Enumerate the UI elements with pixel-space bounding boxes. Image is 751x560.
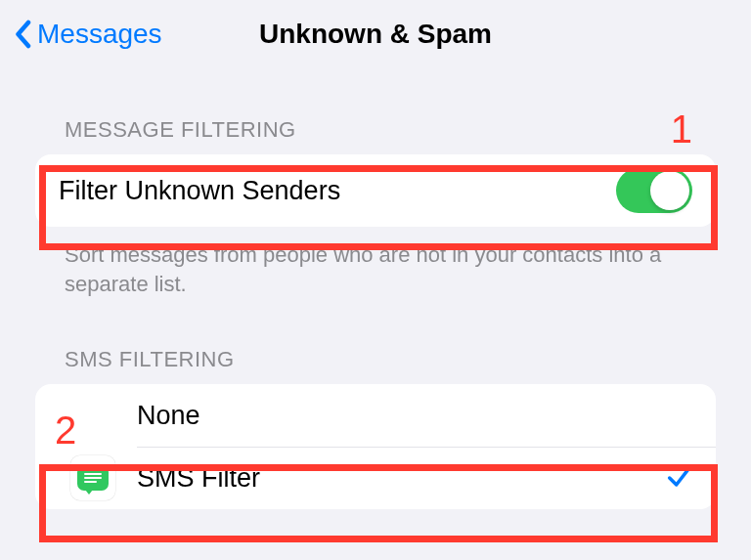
page-title: Unknown & Spam <box>259 19 492 50</box>
nav-header: Messages Unknown & Spam <box>0 0 751 68</box>
toggle-knob <box>650 171 689 210</box>
chevron-left-icon <box>14 20 31 49</box>
separator <box>137 447 716 448</box>
cell-group-sms-filtering: None SMS Filter <box>35 384 716 509</box>
toggle-filter-unknown-senders[interactable] <box>616 168 692 213</box>
section-footer-message-filtering: Sort messages from people who are not in… <box>35 227 716 298</box>
back-button[interactable]: Messages <box>14 19 162 50</box>
cell-label: SMS Filter <box>137 463 665 494</box>
section-header-message-filtering: MESSAGE FILTERING <box>35 117 716 154</box>
sms-app-icon <box>70 455 115 500</box>
cell-filter-unknown-senders[interactable]: Filter Unknown Senders <box>35 154 716 227</box>
cell-label: Filter Unknown Senders <box>59 176 616 206</box>
section-header-sms-filtering: SMS FILTERING <box>35 347 716 384</box>
back-label: Messages <box>37 19 162 50</box>
cell-group-message-filtering: Filter Unknown Senders <box>35 154 716 227</box>
checkmark-icon <box>665 464 692 492</box>
cell-sms-none[interactable]: None <box>35 384 716 447</box>
cell-label: None <box>137 401 692 431</box>
cell-sms-filter[interactable]: SMS Filter <box>35 447 716 509</box>
